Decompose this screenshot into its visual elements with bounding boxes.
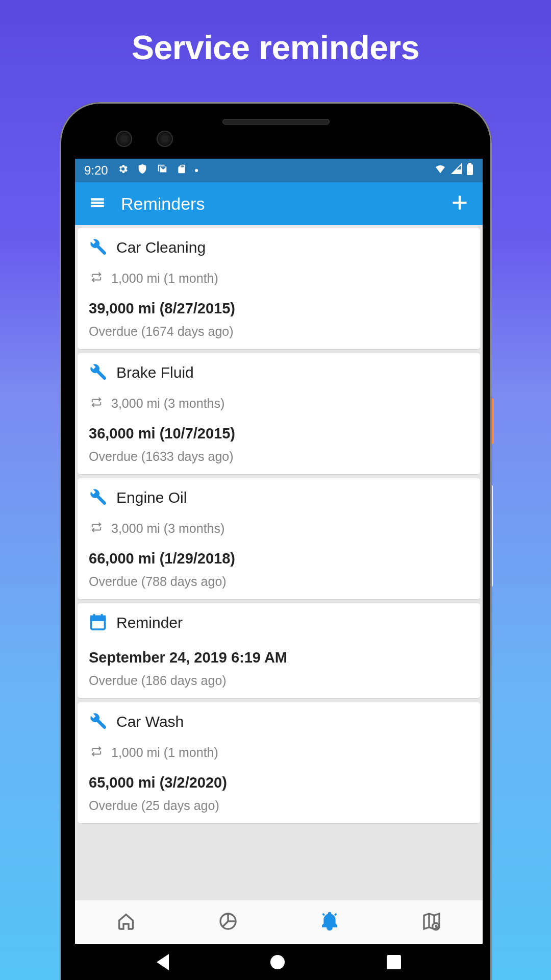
reminder-overdue: Overdue (1674 days ago) — [89, 324, 469, 339]
wrench-icon — [89, 362, 107, 383]
repeat-icon — [91, 396, 102, 411]
shield-icon — [137, 163, 148, 178]
battery-icon — [466, 163, 473, 178]
menu-icon[interactable] — [89, 194, 106, 213]
wrench-icon — [89, 487, 107, 508]
reminder-interval: 3,000 mi (3 months) — [111, 521, 224, 536]
back-button[interactable] — [157, 954, 169, 970]
reminder-interval: 1,000 mi (1 month) — [111, 271, 218, 286]
home-button[interactable] — [270, 955, 285, 969]
reminder-card[interactable]: ReminderSeptember 24, 2019 6:19 AMOverdu… — [78, 603, 480, 698]
phone-side-button — [489, 398, 494, 444]
nav-home[interactable] — [116, 911, 136, 934]
reminder-title: Engine Oil — [116, 489, 187, 506]
reminder-title: Brake Fluid — [116, 364, 194, 381]
mail-icon — [156, 163, 168, 178]
reminder-due: 36,000 mi (10/7/2015) — [89, 425, 469, 442]
system-nav — [75, 944, 483, 980]
wrench-icon — [89, 712, 107, 732]
reminder-overdue: Overdue (186 days ago) — [89, 673, 469, 688]
phone-side-button — [489, 485, 493, 587]
phone-camera — [157, 131, 173, 147]
reminder-due: September 24, 2019 6:19 AM — [89, 649, 469, 666]
reminder-due: 66,000 mi (1/29/2018) — [89, 550, 469, 567]
status-bar: 9:20 — [75, 159, 483, 182]
phone-frame: 9:20 Reminders — [60, 102, 492, 980]
nav-routes[interactable] — [421, 911, 442, 934]
reminder-overdue: Overdue (25 days ago) — [89, 798, 469, 813]
wrench-icon — [89, 237, 107, 258]
reminder-title: Reminder — [116, 614, 183, 631]
reminder-title: Car Wash — [116, 713, 184, 730]
repeat-icon — [91, 521, 102, 536]
reminder-overdue: Overdue (788 days ago) — [89, 574, 469, 589]
reminder-title: Car Cleaning — [116, 239, 206, 256]
reminder-card[interactable]: Car Wash1,000 mi (1 month)65,000 mi (3/2… — [78, 702, 480, 823]
add-button[interactable] — [451, 194, 468, 213]
reminder-due: 39,000 mi (8/27/2015) — [89, 300, 469, 317]
reminder-list[interactable]: Car Cleaning1,000 mi (1 month)39,000 mi … — [75, 225, 483, 900]
screen: 9:20 Reminders — [75, 159, 483, 980]
sd-card-icon — [177, 163, 187, 178]
reminder-card[interactable]: Car Cleaning1,000 mi (1 month)39,000 mi … — [78, 228, 480, 349]
reminder-card[interactable]: Brake Fluid3,000 mi (3 months)36,000 mi … — [78, 353, 480, 474]
app-bar-title: Reminders — [121, 194, 436, 214]
nav-stats[interactable] — [218, 911, 238, 934]
gear-icon — [117, 163, 129, 178]
cell-signal-icon — [451, 163, 462, 178]
reminder-interval: 1,000 mi (1 month) — [111, 745, 218, 760]
nav-reminders[interactable] — [319, 911, 340, 934]
status-time: 9:20 — [84, 163, 108, 178]
wifi-icon — [434, 163, 447, 178]
reminder-due: 65,000 mi (3/2/2020) — [89, 774, 469, 791]
reminder-overdue: Overdue (1633 days ago) — [89, 449, 469, 464]
repeat-icon — [91, 271, 102, 286]
reminder-card[interactable]: Engine Oil3,000 mi (3 months)66,000 mi (… — [78, 478, 480, 599]
more-dot-icon — [195, 169, 198, 172]
svg-rect-1 — [468, 163, 471, 165]
svg-rect-3 — [91, 617, 105, 621]
phone-earpiece — [222, 119, 330, 125]
calendar-icon — [89, 612, 107, 633]
recents-button[interactable] — [387, 955, 401, 969]
promo-title: Service reminders — [0, 0, 551, 67]
app-bar: Reminders — [75, 182, 483, 225]
repeat-icon — [91, 745, 102, 760]
reminder-interval: 3,000 mi (3 months) — [111, 396, 224, 411]
bottom-nav — [75, 900, 483, 944]
svg-rect-0 — [467, 164, 473, 175]
phone-camera — [116, 131, 132, 147]
